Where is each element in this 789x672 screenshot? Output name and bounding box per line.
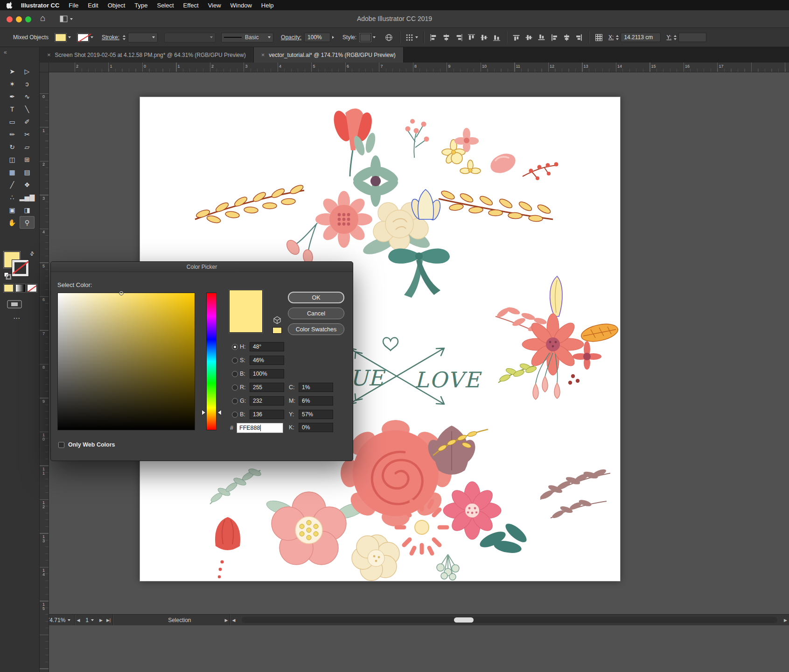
gradient-mode-button[interactable] xyxy=(15,284,25,292)
previous-artboard-button[interactable]: ◀ xyxy=(75,618,82,623)
symbol-sprayer-tool[interactable]: ∴ xyxy=(5,191,20,203)
yellow-field[interactable]: 57% xyxy=(299,410,333,419)
status-popout-icon[interactable]: ▶ xyxy=(223,618,230,623)
blue-field[interactable]: 136 xyxy=(250,410,284,419)
rectangle-tool[interactable]: ▭ xyxy=(5,115,20,128)
saturation-brightness-field[interactable] xyxy=(57,293,195,430)
saturation-field[interactable]: 46% xyxy=(250,356,284,365)
distribute-top-icon[interactable] xyxy=(512,34,520,42)
drawing-mode-icon[interactable] xyxy=(7,299,22,309)
type-tool[interactable]: T xyxy=(5,103,20,115)
menu-window[interactable]: Window xyxy=(226,2,257,9)
menu-effect[interactable]: Effect xyxy=(179,2,203,9)
dialog-title[interactable]: Color Picker xyxy=(51,262,353,272)
artboard-navigation-dropdown[interactable]: 1 xyxy=(82,615,98,625)
distribute-right-icon[interactable] xyxy=(575,34,583,42)
black-field[interactable]: 0% xyxy=(299,423,333,432)
column-graph-tool[interactable]: ▂▅▇ xyxy=(20,191,35,203)
y-position-field[interactable] xyxy=(678,33,706,42)
align-vertical-center-icon[interactable] xyxy=(480,34,488,42)
stroke-color-dropdown[interactable] xyxy=(77,34,93,42)
shape-builder-tool[interactable]: ◫ xyxy=(5,153,20,166)
only-web-colors-checkbox[interactable] xyxy=(58,442,64,448)
hand-tool[interactable]: ✋ xyxy=(5,216,20,229)
brush-definition-select[interactable]: Basic xyxy=(221,33,273,42)
blend-tool[interactable]: ❖ xyxy=(20,178,35,191)
vertical-ruler[interactable]: 0123456789101112131415 xyxy=(40,72,49,672)
gradient-tool[interactable]: ▤ xyxy=(20,166,35,178)
stroke-weight-stepper[interactable] xyxy=(123,35,126,40)
menu-help[interactable]: Help xyxy=(257,2,279,9)
stroke-color-indicator[interactable] xyxy=(12,260,28,276)
swap-fill-stroke-icon[interactable]: ⇄ xyxy=(28,250,36,258)
align-left-icon[interactable] xyxy=(430,34,438,42)
document-tab-active[interactable]: × vector_tutorial.ai* @ 174.71% (RGB/GPU… xyxy=(254,47,404,63)
last-artboard-button[interactable]: ▶| xyxy=(105,618,112,623)
web-safe-color-swatch[interactable] xyxy=(272,327,282,334)
x-position-stepper[interactable] xyxy=(616,35,619,40)
apple-menu-icon[interactable] xyxy=(7,2,13,9)
horizontal-ruler[interactable]: 2101234567891011121314151617 xyxy=(49,63,789,72)
stroke-weight-select[interactable] xyxy=(128,33,158,42)
cyan-field[interactable]: 1% xyxy=(299,383,333,392)
horizontal-scrollbar[interactable] xyxy=(242,617,777,623)
graphic-style-dropdown[interactable] xyxy=(360,34,376,42)
cancel-button[interactable]: Cancel xyxy=(288,308,344,319)
default-fill-stroke-icon[interactable] xyxy=(4,272,11,280)
distribute-left-icon[interactable] xyxy=(550,34,558,42)
hex-field[interactable]: FFE888 xyxy=(237,423,283,433)
scroll-right-button[interactable]: ▶ xyxy=(782,618,789,623)
menu-select[interactable]: Select xyxy=(152,2,178,9)
line-segment-tool[interactable]: ╲ xyxy=(20,103,35,115)
magenta-field[interactable]: 6% xyxy=(299,396,333,406)
direct-selection-tool[interactable]: ▷ xyxy=(20,65,35,77)
edit-toolbar-icon[interactable]: ⋯ xyxy=(13,314,21,322)
web-color-cube-icon[interactable] xyxy=(273,316,281,324)
lasso-tool[interactable]: ↄ xyxy=(20,77,35,90)
fill-color-dropdown[interactable] xyxy=(55,34,71,42)
perspective-grid-tool[interactable]: ⊞ xyxy=(20,153,35,166)
align-bottom-icon[interactable] xyxy=(493,34,501,42)
green-field[interactable]: 232 xyxy=(250,396,284,406)
menu-type[interactable]: Type xyxy=(130,2,152,9)
saturation-radio[interactable] xyxy=(232,357,238,364)
graphic-style-swatch[interactable] xyxy=(360,34,371,42)
magic-wand-tool[interactable]: ✶ xyxy=(5,77,20,90)
reference-point-grid-icon[interactable] xyxy=(595,34,603,42)
hue-slider-left-arrow[interactable] xyxy=(202,410,205,415)
mesh-tool[interactable]: ▦ xyxy=(5,166,20,178)
status-display[interactable]: Selection xyxy=(164,615,195,625)
hue-slider[interactable] xyxy=(206,293,216,430)
blue-radio[interactable] xyxy=(232,412,238,418)
color-swatches-button[interactable]: Color Swatches xyxy=(288,323,344,335)
collapse-dock-icon[interactable]: « xyxy=(4,49,7,56)
align-right-icon[interactable] xyxy=(455,34,463,42)
green-radio[interactable] xyxy=(232,398,238,404)
hue-field[interactable]: 48° xyxy=(250,342,284,351)
menu-view[interactable]: View xyxy=(203,2,226,9)
ok-button[interactable]: OK xyxy=(288,292,344,303)
next-artboard-button[interactable]: ▶ xyxy=(98,618,105,623)
rotate-tool[interactable]: ↻ xyxy=(5,140,20,153)
hue-slider-right-arrow[interactable] xyxy=(218,410,221,415)
scissors-tool[interactable]: ✂ xyxy=(20,128,35,140)
none-mode-button[interactable] xyxy=(27,284,37,292)
document-setup-globe-icon[interactable] xyxy=(385,34,393,42)
horizontal-scrollbar-thumb[interactable] xyxy=(454,617,474,623)
variable-width-profile-select[interactable] xyxy=(164,33,216,42)
distribute-bottom-icon[interactable] xyxy=(538,34,545,42)
menu-file[interactable]: File xyxy=(64,2,83,9)
stroke-weight-label[interactable]: Stroke: xyxy=(102,34,119,41)
opacity-field[interactable]: 100% xyxy=(304,33,330,42)
hue-radio[interactable] xyxy=(232,344,238,350)
scroll-left-button[interactable]: ◀ xyxy=(230,618,237,623)
y-position-label[interactable]: Y: xyxy=(666,34,671,41)
document-tab-inactive[interactable]: × Screen Shot 2019-02-05 at 4.12.58 PM.p… xyxy=(40,47,254,63)
x-position-label[interactable]: X: xyxy=(608,34,614,41)
x-position-field[interactable]: 14.2113 cm xyxy=(621,33,661,42)
distribute-vertical-center-icon[interactable] xyxy=(525,34,533,42)
red-radio[interactable] xyxy=(232,385,238,391)
fill-color-swatch[interactable] xyxy=(55,34,66,42)
stroke-color-swatch[interactable] xyxy=(77,34,89,42)
pencil-tool[interactable]: ✏ xyxy=(5,128,20,140)
